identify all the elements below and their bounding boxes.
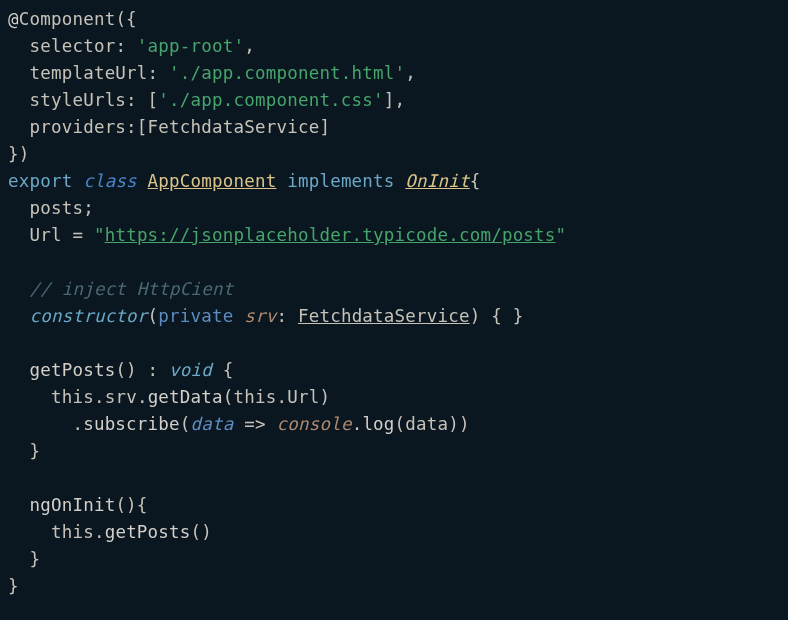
ngoninit-method: ngOnInit (29, 495, 115, 515)
class-name: AppComponent (148, 171, 277, 191)
interface-name: OnInit (405, 171, 469, 191)
getdata-call: getData (148, 387, 223, 407)
code-line: ngOnInit(){ (8, 492, 780, 519)
srv-param: srv (244, 306, 276, 326)
code-line: Url = "https://jsonplaceholder.typicode.… (8, 222, 780, 249)
code-line: export class AppComponent implements OnI… (8, 168, 780, 195)
code-line: selector: 'app-root', (8, 33, 780, 60)
void-type: void (169, 360, 212, 380)
selector-key: selector (29, 36, 115, 56)
constructor-keyword: constructor (29, 306, 147, 326)
url-value: https://jsonplaceholder.typicode.com/pos… (105, 225, 556, 245)
class-keyword: class (83, 171, 137, 191)
url-property: Url (29, 225, 61, 245)
styleurls-value: './app.component.css' (158, 90, 383, 110)
code-line (8, 249, 780, 276)
code-line: getPosts() : void { (8, 357, 780, 384)
implements-keyword: implements (287, 171, 394, 191)
punct: ({ (115, 9, 136, 29)
providers-key: providers (29, 117, 126, 137)
code-line: posts; (8, 195, 780, 222)
log-call: log (362, 414, 394, 434)
code-editor[interactable]: @Component({ selector: 'app-root', templ… (8, 6, 780, 600)
templateurl-key: templateUrl (29, 63, 147, 83)
code-line (8, 465, 780, 492)
getposts-call: getPosts (105, 522, 191, 542)
posts-property: posts (29, 198, 83, 218)
code-line: }) (8, 141, 780, 168)
code-line: templateUrl: './app.component.html', (8, 60, 780, 87)
styleurls-key: styleUrls (29, 90, 126, 110)
code-line: providers:[FetchdataService] (8, 114, 780, 141)
code-line: @Component({ (8, 6, 780, 33)
selector-value: 'app-root' (137, 36, 244, 56)
code-line: this.getPosts() (8, 519, 780, 546)
templateurl-value: './app.component.html' (169, 63, 405, 83)
export-keyword: export (8, 171, 72, 191)
code-line: this.srv.getData(this.Url) (8, 384, 780, 411)
subscribe-call: subscribe (83, 414, 180, 434)
decorator-name: Component (19, 9, 116, 29)
code-line: constructor(private srv: FetchdataServic… (8, 303, 780, 330)
console-ident: console (276, 414, 351, 434)
code-line: .subscribe(data => console.log(data)) (8, 411, 780, 438)
code-line: styleUrls: ['./app.component.css'], (8, 87, 780, 114)
code-line: } (8, 438, 780, 465)
private-keyword: private (158, 306, 233, 326)
providers-value: FetchdataService (148, 117, 320, 137)
comment: // inject HttpCient (29, 279, 233, 299)
code-line (8, 330, 780, 357)
code-line: } (8, 573, 780, 600)
service-type: FetchdataService (298, 306, 470, 326)
decorator-at: @ (8, 9, 19, 29)
code-line: // inject HttpCient (8, 276, 780, 303)
getposts-method: getPosts (29, 360, 115, 380)
this-keyword: this (51, 387, 94, 407)
code-line: } (8, 546, 780, 573)
data-param: data (191, 414, 234, 434)
